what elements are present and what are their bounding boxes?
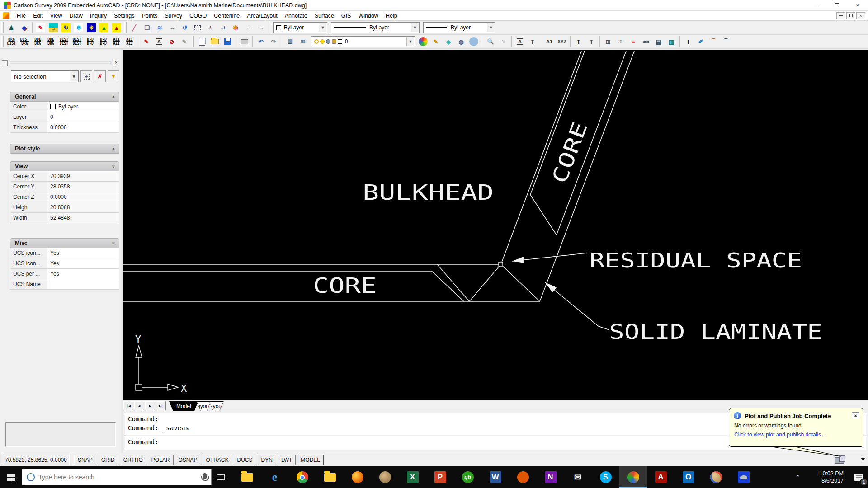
toggle-ducs[interactable]: DUCS: [234, 455, 256, 465]
toggle-model[interactable]: MODEL: [297, 455, 324, 465]
tab-next-button[interactable]: ▶: [145, 401, 155, 410]
column-list-button[interactable]: ▥: [665, 36, 677, 47]
taskbar-acrobat[interactable]: A: [647, 466, 675, 488]
toolbar-grip[interactable]: [1, 36, 4, 47]
inquiry-dd-button[interactable]: D-DB-D: [97, 36, 109, 47]
menu-file[interactable]: File: [13, 12, 29, 20]
taskbar-edge[interactable]: e: [261, 466, 288, 488]
menu-view[interactable]: View: [47, 12, 66, 20]
offset-button[interactable]: ≋: [154, 22, 165, 33]
recycle-tools-button[interactable]: ↻: [60, 22, 72, 33]
chevron-collapse-icon[interactable]: «: [109, 94, 116, 100]
section-plot-style-header[interactable]: Plot style «: [10, 144, 119, 154]
property-row-ucs-name[interactable]: UCS Name: [10, 279, 119, 290]
table-insert-button[interactable]: ⊞: [602, 36, 614, 47]
open-drawing-button[interactable]: [209, 36, 221, 47]
taskbar-excel[interactable]: X: [399, 466, 426, 488]
inquiry-azi2-button[interactable]: AZIAZI: [123, 36, 136, 47]
task-view-button[interactable]: [212, 466, 230, 488]
property-row-width[interactable]: Width 52.4848: [10, 213, 119, 223]
freeze-button[interactable]: ❄: [73, 22, 85, 33]
chevron-expand-icon[interactable]: «: [109, 145, 116, 152]
toggle-otrack[interactable]: OTRACK: [203, 455, 232, 465]
palette-drag-handle[interactable]: [10, 61, 111, 64]
taskbar-clock[interactable]: 10:02 PM 8/6/2017: [805, 470, 844, 484]
toggle-grid[interactable]: GRID: [98, 455, 118, 465]
layer-states-button[interactable]: ≋: [297, 36, 309, 47]
arc-tools2-button[interactable]: ⌒: [720, 36, 732, 47]
site-tools-button[interactable]: ⌂: [47, 22, 59, 33]
grip-point[interactable]: [499, 262, 503, 266]
property-row-ucs-icon-on[interactable]: UCS icon... Yes: [10, 248, 119, 258]
select-window-button[interactable]: [192, 22, 203, 33]
linetype-control-combo[interactable]: ByLayer ▼: [331, 22, 420, 33]
taskbar-mail[interactable]: ✉: [564, 466, 592, 488]
erase-button[interactable]: ╱: [128, 22, 140, 33]
3d-view-button[interactable]: ◆: [18, 22, 30, 33]
color-palette-button[interactable]: [417, 36, 429, 47]
inquiry-dist-brg-button[interactable]: DISTBRG: [19, 36, 31, 47]
taskbar-paint[interactable]: [702, 466, 730, 488]
taskbar-onenote[interactable]: N: [537, 466, 564, 488]
close-button[interactable]: ×: [847, 0, 868, 11]
taskbar-chrome[interactable]: [288, 466, 316, 488]
text-tools2-button[interactable]: T: [585, 36, 597, 47]
toggle-osnap[interactable]: OSNAP: [175, 455, 201, 465]
tab-model[interactable]: Model: [169, 401, 198, 411]
taskbar-firefox[interactable]: [344, 466, 371, 488]
taskbar-word[interactable]: W: [481, 466, 509, 488]
property-row-ucs-per-viewport[interactable]: UCS per ... Yes: [10, 269, 119, 279]
inquiry-dde-button[interactable]: DDEBRG: [32, 36, 44, 47]
taskbar-quickbooks[interactable]: qb: [454, 466, 481, 488]
taskbar-app[interactable]: [371, 466, 399, 488]
coordinate-display[interactable]: 70.5823, 25.8625, 0.0000: [2, 455, 70, 465]
surveyor-tool-button[interactable]: ♟: [5, 22, 17, 33]
mdi-close-button[interactable]: ×: [856, 12, 865, 19]
toggle-pickadd-button[interactable]: +: [80, 70, 92, 82]
property-row-layer[interactable]: Layer 0: [10, 112, 119, 122]
action-center-button[interactable]: 1: [850, 466, 868, 488]
menu-draw[interactable]: Draw: [66, 12, 86, 20]
palette-close-button[interactable]: ×: [113, 60, 119, 66]
mdi-restore-button[interactable]: [846, 12, 855, 19]
menu-surface[interactable]: Surface: [311, 12, 338, 20]
paste-special-button[interactable]: ¬: [255, 22, 267, 33]
explode-button[interactable]: ✱: [230, 22, 241, 33]
draw-tools-button[interactable]: ✎: [35, 22, 47, 33]
taskbar-whale[interactable]: [730, 466, 757, 488]
text-edit-button[interactable]: A: [153, 36, 165, 47]
menu-annotate[interactable]: Annotate: [281, 12, 311, 20]
tab-last-button[interactable]: ▶|: [156, 401, 166, 410]
property-row-thickness[interactable]: Thickness 0.0000: [10, 122, 119, 133]
text-tools-button[interactable]: T: [573, 36, 585, 47]
arc-tools-button[interactable]: ⌒: [708, 36, 719, 47]
inquiry-azi-button[interactable]: AZIAZI: [110, 36, 123, 47]
menu-cogo[interactable]: COGO: [186, 12, 210, 20]
section-general-header[interactable]: General «: [10, 92, 119, 102]
menu-gis[interactable]: GIS: [338, 12, 355, 20]
menu-window[interactable]: Window: [354, 12, 382, 20]
taskbar-powerpoint[interactable]: P: [426, 466, 454, 488]
select-objects-button[interactable]: ✗: [94, 70, 106, 82]
chevron-collapse-icon[interactable]: «: [109, 163, 116, 170]
inquiry-bd-button[interactable]: B-DB-D: [84, 36, 96, 47]
save-drawing-button[interactable]: [222, 36, 233, 47]
menu-points[interactable]: Points: [138, 12, 161, 20]
layer-control-combo[interactable]: 0 ▼: [311, 36, 415, 47]
coordinates-label-button[interactable]: XYZ: [556, 36, 568, 47]
taskbar-outlook[interactable]: O: [675, 466, 702, 488]
leader-button[interactable]: -T-: [615, 36, 627, 47]
toggle-snap[interactable]: SNAP: [74, 455, 96, 465]
taskbar-search[interactable]: [22, 469, 212, 485]
menu-area-layout[interactable]: Area/Layout: [243, 12, 281, 20]
restore-button[interactable]: [826, 0, 847, 11]
new-drawing-button[interactable]: [196, 36, 208, 47]
layer-properties-button[interactable]: ≣: [284, 36, 296, 47]
toggle-ortho[interactable]: ORTHO: [120, 455, 146, 465]
sketch-button[interactable]: ✎: [179, 36, 190, 47]
find-text-button[interactable]: 🔍: [485, 36, 496, 47]
no-plot-button[interactable]: ⊘: [166, 36, 178, 47]
tab-first-button[interactable]: |◀: [123, 401, 133, 410]
render-button[interactable]: [468, 36, 480, 47]
color-control-combo[interactable]: ByLayer ▼: [273, 22, 327, 33]
